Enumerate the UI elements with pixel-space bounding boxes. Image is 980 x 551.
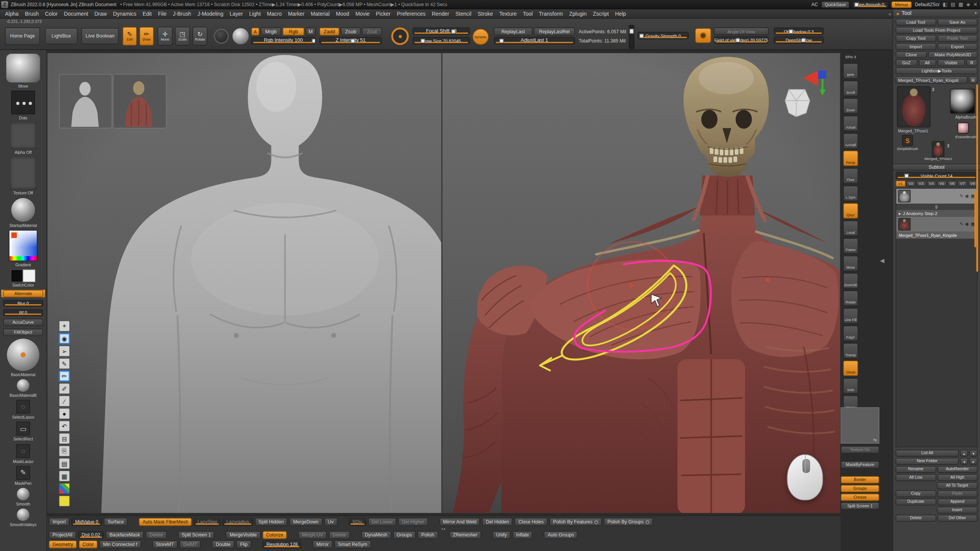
paint-icon[interactable]: ✎ [960,194,964,199]
dock-button[interactable]: Smart ReSym [334,540,371,548]
dock-button[interactable]: Color [79,540,98,548]
select-arrow-icon[interactable]: ➢ [59,346,70,357]
all-low-button[interactable]: All Low [896,474,936,481]
menu-item[interactable]: Zplugin [569,11,587,17]
menu-item[interactable]: Render [432,11,449,17]
dock-button[interactable]: Delete [329,531,350,539]
recent-tool-thumbnail[interactable] [932,141,944,157]
menu-item[interactable]: Zscript [593,11,609,17]
tray-item[interactable]: Smooth [1,488,45,506]
lightbox-tools-button[interactable]: Lightbox▶Tools [896,67,978,74]
focal-shift-slider[interactable]: Focal Shift 40 [413,28,470,35]
right-shelf-button[interactable]: BPR [843,63,858,79]
gravity-strength-slider[interactable]: Gravity Strength 0 [637,32,689,39]
paste-tool-button[interactable]: Paste Tool [937,35,977,42]
subtool-folder-row[interactable]: ▸ J Anatomy Step-2 [896,210,977,217]
stroke-curve-icon[interactable] [391,28,409,45]
menu-item[interactable]: File [158,11,167,17]
subtool-version-tab[interactable]: V4 [926,181,936,187]
pencil-icon[interactable]: ✏ [59,370,70,381]
tray-item[interactable]: Dots [1,91,45,120]
subtool-version-tab[interactable]: V5 [937,181,946,187]
insert-button[interactable]: Insert [937,507,978,514]
subtool-version-tab[interactable]: V3 [916,181,926,187]
tray-item[interactable]: SwitchColor [1,269,45,287]
tray-item[interactable]: BasicMaterialB [1,379,45,398]
active-tool-r-button[interactable]: R [969,76,978,84]
dock-button[interactable]: MergeDown [289,518,322,526]
new-folder-button[interactable]: New Folder [896,458,959,465]
dock-button[interactable]: Mirror [313,540,333,548]
right-shelf-button[interactable]: Solo [843,378,858,394]
del-other-button[interactable]: Del Other [937,515,977,522]
menus-button[interactable]: Menus [891,1,912,8]
menu-item[interactable]: Movie [355,11,369,17]
move-down-button[interactable]: ▾ [969,450,977,457]
folder-left-button[interactable]: ◂ [960,458,968,465]
dock-button[interactable]: LazyStep [194,518,221,526]
rgb-button[interactable]: Rgb [283,28,304,36]
right-shelf-button[interactable]: Floor [843,168,858,184]
menu-item[interactable]: J-Modeling [198,11,224,17]
scale-mode-button[interactable]: ◳Scale [175,27,190,46]
menu-item[interactable]: Edit [143,11,152,17]
edit-mode-button[interactable]: ✎Edit [122,27,137,46]
right-shelf-button[interactable]: Local [843,220,858,236]
alpha-brush-thumbnail[interactable] [950,89,975,114]
tray-item[interactable]: Blur 0 [1,300,45,307]
right-shelf-button[interactable]: Ghost [843,360,858,376]
dock-button[interactable]: Uv [324,518,338,526]
goz-visible-button[interactable]: Visible [937,59,965,66]
right-shelf-button[interactable]: Frame [843,238,858,254]
folder-right-button[interactable]: ▸ [969,458,977,465]
active-tool-thumbnail[interactable] [897,86,931,127]
tray-item[interactable]: Alpha Off [1,122,45,154]
texture-on-button[interactable]: Texture On [841,446,879,454]
tool-panel-header[interactable]: ◆ Tool ▾ [893,9,980,17]
move-up-button[interactable]: ▴ [960,450,968,457]
subtool-version-tab[interactable]: V1 [896,181,905,187]
dock-handle[interactable]: ▴▴ [47,527,840,530]
dock-button[interactable]: Polish [418,531,438,539]
right-shelf-button[interactable]: L.Sym [843,186,858,201]
duplicate-button[interactable]: Duplicate [896,499,936,505]
dock-button[interactable]: Surface [104,518,127,526]
camera-icon[interactable] [695,28,711,43]
dock-button[interactable]: Morph UV [298,531,327,539]
menu-item[interactable]: Stroke [478,11,493,17]
autoreorder-button[interactable]: AutoReorder [937,466,977,473]
replay-last-rel-button[interactable]: ReplayLastRel [534,28,575,36]
menu-item[interactable]: Alpha [5,11,19,17]
dock-button[interactable]: DelMT [180,540,201,548]
dock-button[interactable]: Split Hidden [255,518,287,526]
right-shelf-button[interactable]: Zoom3D [843,273,858,289]
dock-button[interactable]: ProjectAll [49,531,76,539]
mrgb-button[interactable]: Mrgb [261,28,281,36]
lightbox-button[interactable]: LightBox [45,28,78,44]
rgb-intensity-slider[interactable]: Rgb Intensity 100 [251,37,315,44]
load-tools-from-project-button[interactable]: Load Tools From Project [896,27,978,34]
dock-button[interactable]: Del Hidden [482,518,513,526]
goz-button[interactable]: GoZ [896,59,917,66]
list-all-button[interactable]: List All [896,450,959,457]
dock-button[interactable]: Split Screen 1 [178,531,215,539]
pen-icon[interactable]: ✎ [59,358,70,369]
menu-item[interactable]: Light [249,11,261,17]
right-shelf-button[interactable]: Persp [843,150,858,166]
subtool-row[interactable]: ✎ ◉ ▦ [896,189,977,204]
quicksave-button[interactable]: QuickSave [821,1,850,8]
material-sphere[interactable] [232,28,248,44]
image-icon[interactable]: ▦ [59,470,70,481]
panel-scrollbar[interactable] [976,84,978,272]
tray-item[interactable]: MaskPen [1,466,45,485]
menu-item[interactable]: Texture [499,11,517,17]
copy-subtool-button[interactable]: Copy [896,491,936,497]
right-shelf-button[interactable]: Move [843,256,858,271]
right-shelf-button[interactable]: Line Fill [843,308,858,324]
right-shelf-button[interactable]: Transp [843,343,858,359]
save-as-button[interactable]: Save As [937,19,977,26]
right-shelf-button[interactable]: Scroll [843,81,858,96]
tray-item[interactable]: Texture Off [1,157,45,195]
dock-button[interactable]: Auto Mask FiberMesh [139,518,192,526]
a-button[interactable]: A [251,28,259,36]
